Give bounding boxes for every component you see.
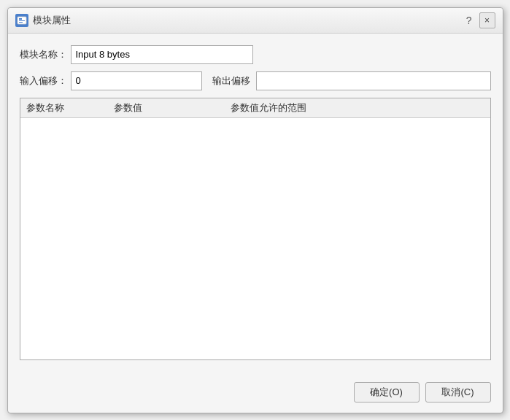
col-header-value: 参数值 bbox=[108, 101, 225, 114]
col-header-name: 参数名称 bbox=[20, 101, 108, 114]
dialog-title: 模块属性 bbox=[33, 14, 463, 27]
table-body bbox=[20, 118, 490, 124]
cancel-button[interactable]: 取消(C) bbox=[425, 382, 491, 402]
title-controls: ? × bbox=[463, 12, 495, 28]
dialog-window: 模块属性 ? × 模块名称： 输入偏移： 输出偏移 参数名称 参数值 参数值允许… bbox=[7, 7, 503, 413]
help-button[interactable]: ? bbox=[463, 15, 475, 26]
output-offset-input[interactable] bbox=[256, 71, 491, 90]
input-offset-label: 输入偏移： bbox=[20, 74, 71, 88]
svg-rect-3 bbox=[19, 22, 23, 23]
dialog-icon bbox=[15, 14, 28, 27]
params-table: 参数名称 参数值 参数值允许的范围 bbox=[20, 98, 491, 360]
table-header: 参数名称 参数值 参数值允许的范围 bbox=[20, 98, 490, 118]
input-offset-input[interactable] bbox=[71, 71, 202, 90]
confirm-button[interactable]: 确定(O) bbox=[354, 382, 420, 402]
dialog-body: 模块名称： 输入偏移： 输出偏移 参数名称 参数值 参数值允许的范围 bbox=[8, 34, 503, 382]
close-button[interactable]: × bbox=[479, 12, 495, 28]
dialog-footer: 确定(O) 取消(C) bbox=[8, 382, 503, 413]
col-header-range: 参数值允许的范围 bbox=[225, 101, 490, 114]
offset-row: 输入偏移： 输出偏移 bbox=[20, 71, 491, 90]
output-offset-label: 输出偏移 bbox=[212, 74, 256, 88]
module-name-input[interactable] bbox=[71, 45, 253, 64]
module-name-row: 模块名称： bbox=[20, 45, 491, 64]
svg-rect-1 bbox=[19, 18, 22, 20]
module-name-label: 模块名称： bbox=[20, 48, 71, 61]
svg-rect-2 bbox=[19, 20, 25, 21]
title-bar: 模块属性 ? × bbox=[8, 8, 503, 34]
